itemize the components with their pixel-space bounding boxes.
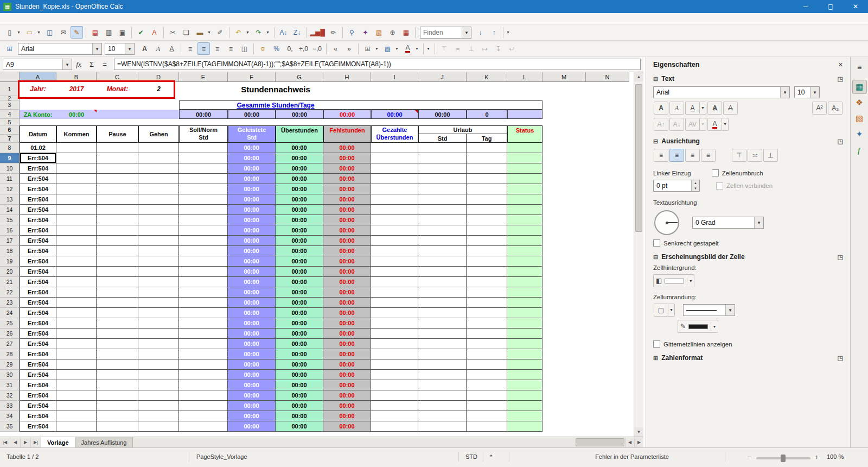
panel-strikethrough-button[interactable]: A [723, 102, 738, 115]
degrees-combobox[interactable]: 0 Grad ▾ [692, 217, 764, 229]
cell-pause[interactable] [97, 349, 138, 359]
cell-gehen[interactable] [138, 421, 179, 432]
cell[interactable] [586, 401, 629, 411]
name-box-dropdown-icon[interactable]: ▾ [62, 59, 72, 70]
cell-gehen[interactable] [138, 308, 179, 318]
cell[interactable] [586, 277, 629, 287]
cell-gezahlte[interactable] [371, 184, 418, 194]
cell-datum[interactable]: Err:504 [20, 267, 56, 277]
cell-geleistete[interactable]: 00:00 [228, 184, 276, 194]
align-top-button[interactable]: ⊤ [438, 42, 450, 55]
cell-datum[interactable]: Err:504 [20, 256, 56, 267]
cell-datum[interactable]: 01.02 [20, 143, 56, 153]
cell-kommen[interactable] [56, 421, 97, 432]
function-button[interactable]: = [98, 59, 111, 70]
cell-soll[interactable] [179, 174, 228, 184]
cell[interactable] [586, 380, 629, 390]
cell-soll[interactable] [179, 267, 228, 277]
cell-urlaub-std[interactable] [418, 225, 467, 236]
cell[interactable] [586, 329, 629, 339]
row-header[interactable]: 35 [0, 421, 20, 432]
cell[interactable] [586, 174, 629, 184]
cell-sum-urlaub-std[interactable]: 00:00 [418, 110, 467, 119]
cell-urlaub-tag[interactable] [467, 184, 507, 194]
cell-monat-label[interactable]: Monat: [97, 82, 138, 96]
cell-gehen[interactable] [138, 267, 179, 277]
redo-dropdown[interactable]: ▾ [264, 26, 271, 39]
cell-pause[interactable] [97, 401, 138, 411]
cell-fehlstunden[interactable]: 00:00 [323, 349, 371, 359]
header-gehen[interactable]: Gehen [138, 125, 179, 143]
cell-gehen[interactable] [138, 287, 179, 298]
cell-soll[interactable] [179, 236, 228, 246]
horizontal-scrollbar-thumb[interactable] [576, 438, 624, 446]
cell-gehen[interactable] [138, 174, 179, 184]
cell-geleistete[interactable]: 00:00 [228, 287, 276, 298]
cell-datum[interactable]: Err:504 [20, 163, 56, 174]
cell-ueberstunden[interactable]: 00:00 [276, 184, 323, 194]
number-format-dialog-launcher-icon[interactable]: ◳ [838, 355, 843, 362]
scroll-left-icon[interactable]: ◀ [625, 437, 634, 447]
cell-pause[interactable] [97, 308, 138, 318]
cell[interactable] [542, 329, 586, 339]
cell-geleistete[interactable]: 00:00 [228, 421, 276, 432]
cell-ueberstunden[interactable]: 00:00 [276, 143, 323, 153]
cell-urlaub-tag[interactable] [467, 277, 507, 287]
cell[interactable] [542, 287, 586, 298]
cell-status[interactable] [507, 298, 542, 308]
page-style-status[interactable]: PageStyle_Vorlage [196, 453, 247, 460]
panel-font-color-dropdown[interactable]: ▾ [722, 118, 729, 131]
cell-soll[interactable] [179, 339, 228, 349]
panel-underline-dropdown[interactable]: ▾ [699, 102, 706, 115]
cell-gehen[interactable] [138, 380, 179, 390]
row-header[interactable]: 10 [0, 163, 20, 174]
cell-za-konto-label[interactable]: ZA Konto: [20, 110, 56, 119]
sum-button[interactable]: Σ [85, 59, 98, 70]
cell-urlaub-tag[interactable] [467, 163, 507, 174]
cell-kommen[interactable] [56, 359, 97, 370]
cell-kommen[interactable] [56, 205, 97, 215]
cell-gezahlte[interactable] [371, 256, 418, 267]
cell-urlaub-tag[interactable] [467, 318, 507, 329]
cell-urlaub-tag[interactable] [467, 421, 507, 432]
panel-bold-button[interactable]: A [654, 102, 668, 115]
cell-kommen[interactable] [56, 194, 97, 205]
cell-kommen[interactable] [56, 370, 97, 380]
cell-status[interactable] [507, 194, 542, 205]
column-header-d[interactable]: D [138, 72, 179, 82]
cell-kommen[interactable] [56, 184, 97, 194]
cell-pause[interactable] [97, 163, 138, 174]
standard-toolbar-overflow[interactable]: ▾ [505, 26, 512, 39]
header-kommen[interactable]: Kommen [56, 125, 97, 143]
dropdown-icon[interactable]: ▾ [725, 305, 735, 315]
sheet-tab-jahres-auflistung[interactable]: Jahres Auflistung [75, 437, 133, 447]
show-gridlines-checkbox[interactable] [653, 340, 660, 348]
cell-datum[interactable]: Err:504 [20, 401, 56, 411]
cell-gezahlte[interactable] [371, 225, 418, 236]
expand-icon[interactable]: ⊞ [653, 355, 658, 362]
cell[interactable] [542, 401, 586, 411]
cell-gehen[interactable] [138, 411, 179, 421]
open-dropdown[interactable]: ▾ [35, 26, 42, 39]
panel-align-bottom-button[interactable]: ⊥ [763, 149, 778, 162]
cell[interactable] [542, 163, 586, 174]
function-wizard-button[interactable]: fx [72, 59, 85, 70]
cell-soll[interactable] [179, 308, 228, 318]
cell[interactable] [542, 298, 586, 308]
cell-soll[interactable] [179, 401, 228, 411]
cell-kommen[interactable] [56, 329, 97, 339]
cell-ueberstunden[interactable]: 00:00 [276, 153, 323, 163]
cell-pause[interactable] [97, 205, 138, 215]
header-pause[interactable]: Pause [97, 125, 138, 143]
cell[interactable] [586, 298, 629, 308]
zoom-in-button[interactable]: + [813, 453, 820, 461]
send-email-button[interactable]: ✉ [57, 26, 69, 39]
cell-status[interactable] [507, 215, 542, 225]
cell[interactable] [542, 390, 586, 401]
cell-datum[interactable]: Err:504 [20, 153, 56, 163]
panel-font-color-button[interactable]: A [707, 118, 722, 131]
cell-pause[interactable] [97, 380, 138, 390]
cell-urlaub-std[interactable] [418, 246, 467, 256]
row-header[interactable]: 2 [0, 96, 20, 100]
cell-gehen[interactable] [138, 349, 179, 359]
